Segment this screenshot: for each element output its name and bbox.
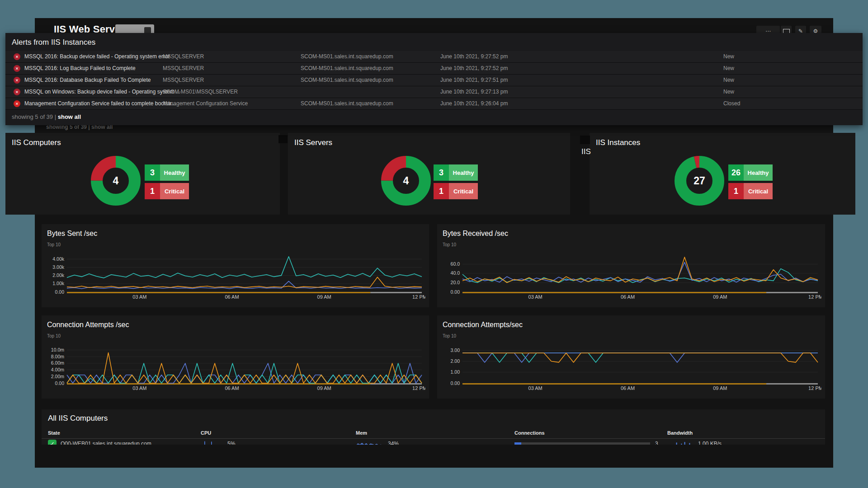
- chart-title: Connection Attempts /sec: [47, 321, 129, 329]
- svg-text:12 PM: 12 PM: [412, 385, 425, 391]
- svg-text:2.00m: 2.00m: [51, 374, 64, 379]
- legend-healthy[interactable]: 3 Healthy: [434, 164, 479, 181]
- svg-text:3.00: 3.00: [451, 347, 460, 353]
- donut-chart: [672, 154, 726, 208]
- legend-critical[interactable]: 1 Critical: [434, 183, 479, 199]
- svg-text:0.00: 0.00: [55, 289, 65, 295]
- svg-text:6.00m: 6.00m: [51, 360, 64, 366]
- chart-subtitle: Top 10: [47, 242, 61, 247]
- donut-legend: 3 Healthy 1 Critical: [434, 164, 479, 202]
- svg-text:03 AM: 03 AM: [528, 294, 542, 300]
- alert-row[interactable]: ✕ MSSQL 2016: Database Backup Failed To …: [5, 75, 863, 86]
- mem-sparkline: [356, 441, 383, 445]
- svg-text:06 AM: 06 AM: [225, 385, 239, 391]
- background-stray-label: IIS: [581, 147, 591, 156]
- healthy-check-icon[interactable]: ✓: [48, 440, 57, 445]
- critical-circle-icon: ✕: [14, 65, 20, 72]
- svg-text:0.00: 0.00: [451, 380, 460, 386]
- col-cpu: CPU: [201, 430, 211, 436]
- alert-row[interactable]: ✕ MSSQL 2016: Log Backup Failed to Compl…: [5, 63, 863, 75]
- legend-healthy[interactable]: 26 Healthy: [728, 164, 774, 181]
- cpu-sparkline: [200, 441, 221, 445]
- svg-text:12 PM: 12 PM: [808, 294, 821, 300]
- bandwidth-value: 1.00 KB/s: [698, 441, 722, 445]
- show-all-link[interactable]: show all: [58, 113, 81, 120]
- chart-subtitle: Top 10: [443, 333, 456, 338]
- svg-text:0.00: 0.00: [55, 380, 65, 386]
- legend-healthy[interactable]: 3 Healthy: [145, 164, 190, 181]
- header-divider: [42, 438, 825, 439]
- critical-circle-icon: ✕: [14, 100, 20, 107]
- table-row[interactable]: ✓ Q00-WEB01.sales.int.squaredup.com 5% 3…: [42, 439, 825, 445]
- chart-title: Bytes Received /sec: [443, 230, 508, 238]
- critical-circle-icon: ✕: [14, 89, 20, 95]
- alert-status: New: [723, 77, 734, 83]
- line-plot[interactable]: 10.0m8.00m6.00m4.00m2.00m0.0003 AM06 AM0…: [45, 343, 425, 394]
- svg-text:40.0: 40.0: [451, 270, 460, 276]
- svg-text:60.0: 60.0: [451, 261, 460, 267]
- svg-text:8.00m: 8.00m: [51, 354, 64, 359]
- donut-chart: [379, 154, 433, 208]
- donut-legend: 3 Healthy 1 Critical: [145, 164, 190, 202]
- col-bandwidth: Bandwidth: [667, 430, 693, 436]
- col-connections: Connections: [514, 430, 545, 436]
- bandwidth-sparkline: [675, 441, 694, 445]
- tile-iis-instances[interactable]: IIS Instances 27 26 Healthy 1 Critical: [590, 133, 855, 215]
- alerts-footer: showing 5 of 39 | show all: [12, 113, 81, 120]
- alerts-panel-title: Alerts from IIS Instances: [12, 38, 95, 47]
- svg-text:09 AM: 09 AM: [317, 385, 331, 391]
- svg-text:2.00: 2.00: [451, 358, 460, 364]
- cpu-value: 5%: [227, 441, 235, 445]
- svg-text:06 AM: 06 AM: [621, 385, 635, 391]
- alert-status: Closed: [723, 100, 740, 107]
- alert-status: New: [723, 53, 734, 60]
- chart-bytes-sent: Bytes Sent /sec Top 10 4.00k3.00k2.00k1.…: [42, 224, 429, 307]
- svg-text:09 AM: 09 AM: [713, 385, 727, 391]
- svg-text:3.00k: 3.00k: [52, 264, 64, 270]
- svg-text:12 PM: 12 PM: [412, 294, 425, 300]
- col-mem: Mem: [356, 430, 367, 436]
- tile-title: IIS Instances: [596, 138, 640, 147]
- computers-table-panel: All IIS Computers State CPU Mem Connecti…: [42, 409, 825, 445]
- svg-text:06 AM: 06 AM: [225, 294, 239, 300]
- chart-title: Bytes Sent /sec: [47, 230, 97, 238]
- connections-bar: [514, 442, 650, 445]
- alert-status: New: [723, 65, 734, 71]
- alerts-list: ✕ MSSQL 2016: Backup device failed - Ope…: [5, 51, 863, 110]
- tile-seam-block: [278, 135, 288, 143]
- line-plot[interactable]: 60.040.020.00.0003 AM06 AM09 AM12 PM: [441, 251, 821, 303]
- line-plot[interactable]: 3.002.001.000.0003 AM06 AM09 AM12 PM: [441, 343, 821, 394]
- svg-text:09 AM: 09 AM: [713, 294, 727, 300]
- critical-circle-icon: ✕: [14, 53, 20, 60]
- alerts-panel: Alerts from IIS Instances ✕ MSSQL 2016: …: [5, 33, 863, 125]
- svg-text:1.00: 1.00: [451, 369, 460, 375]
- chart-connection-attempts-left: Connection Attempts /sec Top 10 10.0m8.0…: [42, 315, 429, 399]
- legend-critical[interactable]: 1 Critical: [145, 183, 190, 199]
- connections-value: 3: [655, 441, 658, 445]
- chart-title: Connection Attempts/sec: [443, 321, 523, 329]
- svg-text:09 AM: 09 AM: [317, 294, 331, 300]
- svg-text:03 AM: 03 AM: [132, 294, 146, 300]
- svg-text:03 AM: 03 AM: [528, 385, 542, 391]
- svg-text:06 AM: 06 AM: [621, 294, 635, 300]
- line-plot[interactable]: 4.00k3.00k2.00k1.00k0.0003 AM06 AM09 AM1…: [45, 251, 425, 303]
- chart-subtitle: Top 10: [47, 333, 61, 338]
- svg-text:10.0m: 10.0m: [51, 347, 64, 352]
- alert-row[interactable]: ✕ Management Configuration Service faile…: [5, 98, 863, 110]
- chart-bytes-received: Bytes Received /sec Top 10 60.040.020.00…: [437, 224, 825, 307]
- alert-row[interactable]: ✕ MSSQL on Windows: Backup device failed…: [5, 86, 863, 98]
- svg-text:4.00k: 4.00k: [52, 256, 64, 262]
- mem-value: 34%: [388, 441, 399, 445]
- svg-text:1.00k: 1.00k: [52, 281, 64, 286]
- legend-critical[interactable]: 1 Critical: [728, 183, 774, 199]
- alert-row[interactable]: ✕ MSSQL 2016: Backup device failed - Ope…: [5, 51, 863, 63]
- computer-name: Q00-WEB01.sales.int.squaredup.com: [61, 441, 151, 445]
- showing-count-text: showing 5 of 39: [12, 113, 53, 120]
- tile-seam-block: [580, 136, 590, 144]
- tile-iis-servers[interactable]: IIS Servers 4 3 Healthy 1 Critical: [288, 133, 570, 215]
- tile-title: IIS Computers: [12, 138, 61, 147]
- tile-iis-computers[interactable]: IIS Computers 4 3 Healthy 1 Critical: [5, 133, 280, 215]
- col-state: State: [48, 430, 60, 436]
- donut-legend: 26 Healthy 1 Critical: [728, 164, 774, 202]
- svg-text:20.0: 20.0: [451, 280, 460, 285]
